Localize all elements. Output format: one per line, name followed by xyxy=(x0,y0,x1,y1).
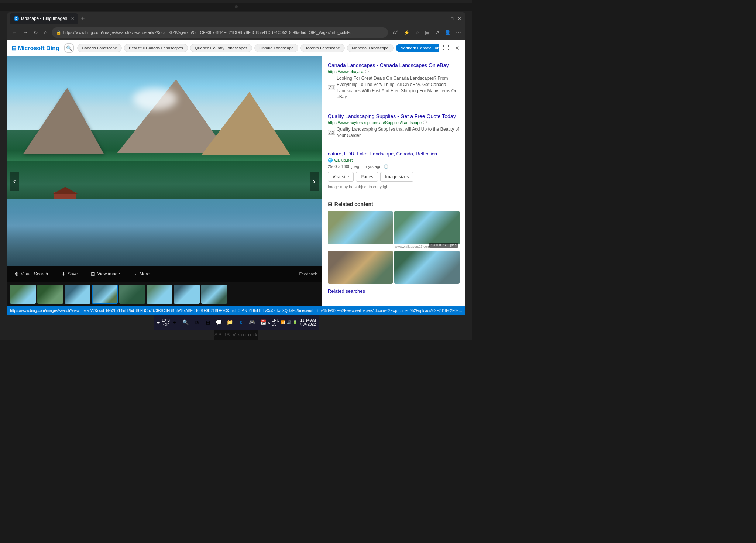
globe-icon: 🌐 xyxy=(328,158,333,163)
thumbnail-3[interactable] xyxy=(65,285,90,304)
browser-content: ⊞ Microsoft Bing 🔍 Canada Landscape Beau… xyxy=(7,40,465,306)
more-button[interactable]: ··· More xyxy=(130,269,152,278)
ad2-url-text: https://www.hayters-slp.com.au/Supplies/… xyxy=(328,120,422,125)
source-url: 🌐 wallup.net xyxy=(328,158,460,163)
image-age: 5 yrs ago xyxy=(365,164,381,169)
volume-icon: 🔊 xyxy=(287,320,291,324)
related-item-3[interactable] xyxy=(328,251,393,284)
pill-canada-landscape[interactable]: Canada Landscape xyxy=(77,44,122,52)
pill-toronto[interactable]: Toronto Landscape xyxy=(300,44,345,52)
expand-button[interactable]: ⛶ xyxy=(441,44,450,52)
windows-button[interactable]: ⊞ xyxy=(170,318,179,327)
maximize-button[interactable]: □ xyxy=(449,16,455,21)
xbox-icon[interactable]: 🎮 xyxy=(248,318,257,327)
menu-icon[interactable]: ⋯ xyxy=(454,28,463,37)
visual-search-button[interactable]: ⊕ Visual Search xyxy=(11,269,51,278)
pill-montreal[interactable]: Montreal Landscape xyxy=(347,44,394,52)
ad1-url-text: https://www.ebay.ca xyxy=(328,69,364,74)
save-button[interactable]: ⬇ Save xyxy=(58,269,80,278)
forward-button[interactable]: → xyxy=(21,28,29,37)
more-icon: ··· xyxy=(133,271,138,277)
ad2-badge: Ad xyxy=(328,130,335,135)
ad1-info-icon[interactable]: ⓘ xyxy=(365,69,369,74)
related-item-1[interactable] xyxy=(328,211,393,249)
teams-icon[interactable]: 💬 xyxy=(214,318,223,327)
mountain-left xyxy=(23,88,104,154)
system-tray: ∧ ENG US 📶 🔊 🔋 xyxy=(268,318,298,326)
save-label: Save xyxy=(68,271,78,276)
ad2-title[interactable]: Quality Landscaping Supplies - Get a Fre… xyxy=(328,113,460,119)
tab-bar: B ladscape - Bing images ✕ + xyxy=(10,13,439,24)
bing-favicon: B xyxy=(14,16,19,21)
title-bar: B ladscape - Bing images ✕ + — □ ✕ xyxy=(7,12,465,25)
share-icon[interactable]: ↗ xyxy=(433,28,441,37)
lang-region: US xyxy=(272,322,277,326)
pill-quebec[interactable]: Quebec Country Landscapes xyxy=(190,44,252,52)
mountain-right xyxy=(202,92,290,155)
next-image-button[interactable]: › xyxy=(310,172,319,191)
image-section: ‹ › xyxy=(7,56,465,306)
pill-beautiful-canada[interactable]: Beautiful Canada Landscapes xyxy=(124,44,188,52)
view-image-button[interactable]: ⊞ View image xyxy=(88,269,123,278)
thumbnail-6[interactable] xyxy=(147,285,172,304)
active-tab[interactable]: B ladscape - Bing images ✕ xyxy=(10,13,78,24)
new-tab-button[interactable]: + xyxy=(79,15,86,23)
close-detail-button[interactable]: ✕ xyxy=(453,44,461,52)
pill-ontario[interactable]: Ontario Landscape xyxy=(254,44,298,52)
search-pills: Canada Landscape Beautiful Canada Landsc… xyxy=(77,44,439,52)
image-sizes-button[interactable]: Image sizes xyxy=(380,172,413,182)
related-item-2[interactable]: 1280 × 768 · jpeg www.wallpapers13.com xyxy=(394,211,460,249)
search-button[interactable]: 🔍 xyxy=(64,43,74,53)
extensions-icon[interactable]: ⚡ xyxy=(402,28,411,37)
thumbnail-8[interactable] xyxy=(201,285,227,304)
reader-mode-icon[interactable]: Aᴬ xyxy=(391,28,399,37)
visit-site-button[interactable]: Visit site xyxy=(328,172,354,182)
close-window-button[interactable]: ✕ xyxy=(457,16,463,21)
related-searches-link[interactable]: Related searches xyxy=(328,288,460,294)
pill-northern-canada[interactable]: Northern Canada Landscape xyxy=(396,44,439,52)
url-bar[interactable]: 🔒 https://www.bing.com/images/search?vie… xyxy=(52,27,388,38)
file-explorer-icon[interactable]: 📁 xyxy=(226,318,234,327)
thumbnail-5[interactable] xyxy=(119,285,145,304)
taskbar: 🌧 19°C Rain ⊞ 🔍 ⧉ ▦ 💬 📁 ε 🎮 📅 ∧ ENG xyxy=(154,315,319,330)
toolbar-icons: Aᴬ ⚡ ☆ ▤ ↗ 👤 ⋯ xyxy=(391,28,462,37)
related-item-4[interactable] xyxy=(394,251,460,284)
task-view-icon[interactable]: ⧉ xyxy=(192,318,201,327)
minimize-button[interactable]: — xyxy=(442,16,448,21)
thumbnail-4[interactable] xyxy=(92,285,118,304)
brand-text: ASUS Vivobook xyxy=(214,332,258,337)
thumbnail-7[interactable] xyxy=(174,285,200,304)
save-icon: ⬇ xyxy=(61,271,66,277)
related-image-2 xyxy=(394,211,460,244)
copyright-note: Image may be subject to copyright. xyxy=(328,185,460,189)
home-button[interactable]: ⌂ xyxy=(42,28,48,37)
prev-image-button[interactable]: ‹ xyxy=(10,172,19,191)
tab-close-button[interactable]: ✕ xyxy=(71,16,74,21)
action-bar: ⊕ Visual Search ⬇ Save ⊞ View image ·· xyxy=(7,266,322,282)
widgets-icon[interactable]: ▦ xyxy=(203,318,212,327)
header-right: ⛶ ✕ xyxy=(441,44,461,52)
back-button[interactable]: ← xyxy=(10,28,18,37)
thumbnail-1[interactable] xyxy=(10,285,36,304)
pages-button[interactable]: Pages xyxy=(356,172,378,182)
collections-icon[interactable]: ▤ xyxy=(423,28,431,37)
weather-icon: 🌧 xyxy=(157,320,160,324)
ad2-info-icon[interactable]: ⓘ xyxy=(423,120,427,125)
source-title[interactable]: nature, HDR, Lake, Landscape, Canada, Re… xyxy=(328,151,460,157)
edge-icon[interactable]: ε xyxy=(237,318,245,327)
favorites-icon[interactable]: ☆ xyxy=(413,28,421,37)
ad1-desc: Looking For Great Deals On Canada Landsc… xyxy=(337,75,460,100)
profile-icon[interactable]: 👤 xyxy=(443,28,452,37)
image-actions: Visit site Pages Image sizes xyxy=(328,172,460,182)
calendar-icon[interactable]: 📅 xyxy=(259,318,268,327)
ad1-title[interactable]: Canada Landscapes - Canada Landscapes On… xyxy=(328,62,460,68)
thumbnail-2[interactable] xyxy=(37,285,63,304)
search-taskbar-icon[interactable]: 🔍 xyxy=(181,318,190,327)
refresh-button[interactable]: ↻ xyxy=(32,28,39,37)
tray-arrow[interactable]: ∧ xyxy=(268,320,270,324)
bing-header: ⊞ Microsoft Bing 🔍 Canada Landscape Beau… xyxy=(7,40,465,56)
ad-section-1: Canada Landscapes - Canada Landscapes On… xyxy=(328,62,460,107)
snow-cap xyxy=(133,88,177,110)
feedback-button[interactable]: Feedback xyxy=(299,272,317,276)
related-title: ⊞ Related content xyxy=(328,201,460,207)
